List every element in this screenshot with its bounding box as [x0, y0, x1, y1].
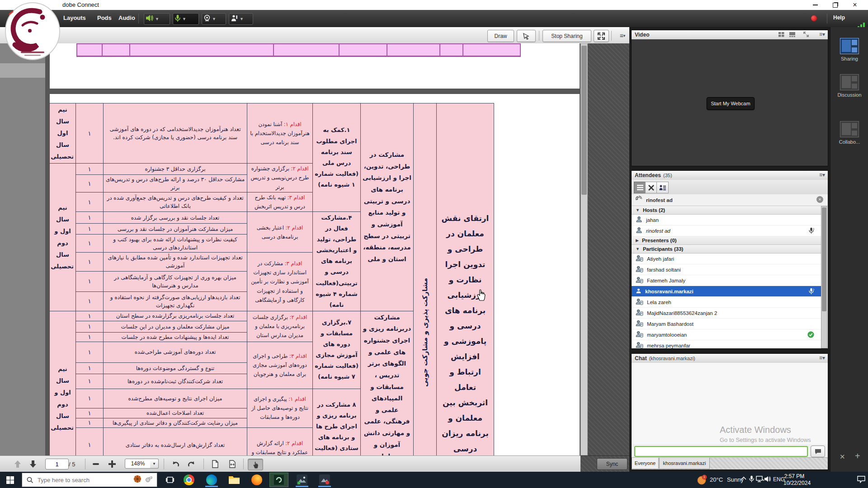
draw-button[interactable]: Draw — [487, 30, 514, 42]
attendees-pod-menu-icon[interactable]: ≡▾ — [819, 172, 825, 178]
layout-tab-sharing[interactable]: Sharing — [830, 38, 868, 61]
attendee-role-icon — [636, 277, 643, 284]
fit-page-button[interactable] — [209, 459, 222, 469]
page-number-input[interactable] — [45, 459, 69, 469]
pointer-tool-button[interactable] — [517, 30, 536, 42]
speaker-dropdown-icon[interactable]: ▼ — [155, 17, 159, 21]
menu-layouts[interactable]: Layouts — [63, 14, 86, 21]
close-button[interactable]: × — [847, 0, 863, 10]
breakout-view-button[interactable] — [645, 182, 657, 193]
search-input[interactable] — [37, 476, 130, 484]
microphone-button[interactable]: ▼ — [173, 13, 199, 25]
microphone-dropdown-icon[interactable]: ▼ — [182, 17, 186, 21]
attendee-row[interactable]: Atiyeh jafari — [632, 253, 821, 264]
webcam-button[interactable]: ▼ — [202, 13, 226, 25]
page-up-button[interactable] — [12, 459, 24, 469]
clock[interactable]: 2:57 PM 10/22/2024 — [783, 473, 805, 487]
start-webcam-button[interactable]: Start My Webcam — [707, 97, 755, 110]
collapse-group-icon[interactable]: ▼ — [636, 208, 640, 212]
expand-pod-icon[interactable] — [803, 32, 809, 38]
zoom-level-value[interactable]: 148% — [125, 459, 151, 469]
taskbar-search-box[interactable] — [22, 473, 157, 487]
maximize-button[interactable] — [827, 0, 843, 10]
add-layout-icon[interactable]: + — [855, 451, 860, 461]
tray-network-icon[interactable] — [756, 476, 764, 484]
weather-tray-icon[interactable]: 1 — [697, 474, 708, 487]
attendee-row[interactable]: Fatemeh Jamaly — [632, 275, 821, 286]
minimize-button[interactable] — [807, 0, 823, 10]
page-down-button[interactable] — [27, 459, 39, 469]
filmstrip-view-icon[interactable] — [789, 32, 795, 38]
video-pod-menu-icon[interactable]: ≡▾ — [819, 31, 825, 38]
webcam-dropdown-icon[interactable]: ▼ — [212, 17, 216, 21]
send-message-button[interactable] — [811, 446, 825, 457]
zoom-in-button[interactable] — [106, 459, 118, 469]
fullscreen-button[interactable] — [594, 30, 609, 42]
criterion-cell: میزان مشارکت هنرآموزان در جلسات نقد و بر… — [104, 224, 247, 235]
menu-audio[interactable]: Audio — [118, 14, 135, 21]
attendee-name: Fatemeh Jamaly — [647, 278, 685, 283]
attendees-scrollbar[interactable] — [821, 206, 827, 348]
hand-tool-button[interactable] — [248, 459, 263, 470]
zoom-dropdown-button[interactable]: ▼ — [150, 459, 159, 469]
expand-group-icon[interactable]: ▶ — [636, 238, 639, 243]
shared-document-area[interactable]: ارتقای نقش معلمان در طراحی و تدوین اجرا … — [0, 43, 629, 455]
layout-tab-collaboration[interactable]: Collabo... — [830, 121, 868, 145]
fit-width-button[interactable] — [226, 459, 239, 469]
redo-button[interactable] — [185, 459, 198, 469]
tray-volume-icon[interactable] — [764, 476, 771, 484]
share-pod-corner: Sync — [580, 455, 629, 472]
weather-temp[interactable]: 20°C — [710, 476, 723, 483]
zoom-out-button[interactable] — [90, 459, 102, 469]
attendee-row[interactable]: Lela zareh — [632, 297, 821, 308]
grid-view-icon[interactable] — [778, 32, 784, 38]
file-explorer-taskbar-icon[interactable] — [225, 473, 243, 487]
attendee-group-header[interactable]: ▶Presenters (0) — [632, 236, 821, 245]
task-view-button[interactable] — [161, 473, 179, 487]
tray-expand-icon[interactable] — [741, 475, 747, 483]
pod-options-button[interactable]: ≡▾ — [615, 30, 630, 41]
help-menu[interactable]: Help — [833, 14, 845, 21]
chat-pod-menu-icon[interactable]: ≡▾ — [819, 355, 825, 361]
attendee-row[interactable]: maryamtolooeian — [632, 329, 821, 340]
delete-layout-icon[interactable]: ✕ — [840, 453, 845, 461]
raise-hand-button[interactable]: ▼ — [229, 13, 253, 25]
attendee-group-header[interactable]: ▼Participants (33) — [632, 245, 821, 253]
status-dropdown-icon[interactable]: ▼ — [240, 17, 244, 21]
attendee-list-view-button[interactable] — [634, 182, 646, 193]
phone-entry-close-icon[interactable]: × — [816, 196, 823, 203]
attendee-row[interactable]: jahan — [632, 215, 821, 225]
undo-button[interactable] — [169, 459, 182, 469]
attendee-group-header[interactable]: ▼Hosts (2) — [632, 206, 821, 215]
attendee-row[interactable]: rinofest ad — [632, 225, 821, 236]
menu-pods[interactable]: Pods — [97, 14, 112, 21]
phone-entry-row[interactable]: rinofest ad × — [632, 194, 828, 206]
media-app-taskbar-icon[interactable] — [316, 473, 334, 487]
tray-microphone-icon[interactable] — [749, 475, 755, 484]
photos-app-taskbar-icon[interactable] — [293, 473, 311, 487]
status-view-button[interactable] — [656, 182, 669, 193]
edge-taskbar-icon[interactable] — [203, 473, 221, 487]
action-center-icon[interactable] — [857, 476, 865, 485]
document-scrollbar[interactable] — [580, 43, 588, 455]
speaker-button[interactable]: ▼ — [144, 13, 170, 25]
collapse-group-icon[interactable]: ▼ — [636, 247, 640, 251]
chat-tab-everyone[interactable]: Everyone — [632, 458, 659, 469]
redo-icon — [188, 460, 196, 468]
stop-sharing-button[interactable]: Stop Sharing — [542, 30, 591, 42]
attendee-row[interactable]: farshad soltani — [632, 264, 821, 275]
chat-tab-private[interactable]: khosravani.markazi — [659, 458, 710, 469]
layout-tab-discussion[interactable]: Discussion — [830, 74, 868, 98]
sync-button[interactable]: Sync — [597, 458, 627, 470]
attendee-row[interactable]: khosravani.markazi — [632, 286, 821, 297]
attendee-row[interactable]: mehrsa peymanfar — [632, 340, 821, 348]
chat-input[interactable] — [634, 446, 808, 457]
chrome-taskbar-icon[interactable] — [180, 473, 198, 487]
attendee-row[interactable]: Maryam Bashardost — [632, 319, 821, 329]
document-scrollbar-thumb[interactable] — [581, 46, 587, 195]
attendees-scrollbar-thumb[interactable] — [822, 207, 826, 311]
attendee-row[interactable]: MajidNazari88553624zanjan 2 — [632, 308, 821, 319]
start-button[interactable] — [1, 473, 19, 487]
firefox-taskbar-icon[interactable] — [248, 473, 266, 487]
adobe-connect-taskbar-icon[interactable] — [269, 473, 288, 487]
